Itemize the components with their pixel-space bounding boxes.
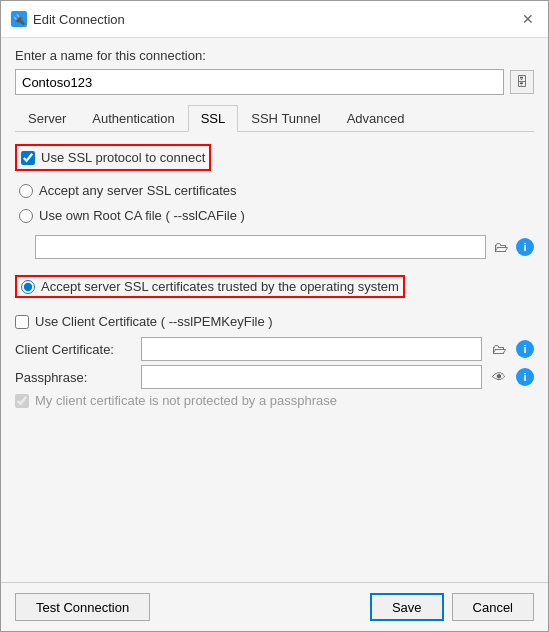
edit-connection-dialog: 🔌 Edit Connection ✕ Enter a name for thi… — [0, 0, 549, 632]
trusted-cert-row[interactable]: Accept server SSL certificates trusted b… — [15, 275, 405, 298]
client-cert-browse-btn[interactable]: 🗁 — [488, 338, 510, 360]
tab-authentication[interactable]: Authentication — [79, 105, 187, 132]
close-button[interactable]: ✕ — [518, 9, 538, 29]
connection-name-prompt: Enter a name for this connection: — [15, 48, 534, 63]
ssl-options-group: Accept any server SSL certificates Use o… — [15, 181, 534, 304]
passphrase-note-label: My client certificate is not protected b… — [35, 393, 337, 408]
any-cert-row[interactable]: Accept any server SSL certificates — [15, 181, 534, 200]
tab-ssh-tunnel[interactable]: SSH Tunnel — [238, 105, 333, 132]
footer-bar: Test Connection Save Cancel — [1, 582, 548, 631]
passphrase-note-row: My client certificate is not protected b… — [15, 393, 534, 408]
passphrase-label: Passphrase: — [15, 370, 135, 385]
client-cert-section: Use Client Certificate ( --sslPEMKeyFile… — [15, 314, 534, 412]
ca-file-row: 🗁 i — [15, 235, 534, 259]
cancel-button[interactable]: Cancel — [452, 593, 534, 621]
own-ca-radio[interactable] — [19, 209, 33, 223]
client-cert-label: Client Certificate: — [15, 342, 135, 357]
title-bar: 🔌 Edit Connection ✕ — [1, 1, 548, 38]
any-cert-label: Accept any server SSL certificates — [39, 183, 237, 198]
client-cert-field-row: Client Certificate: 🗁 i — [15, 337, 534, 361]
ca-file-info-icon[interactable]: i — [516, 238, 534, 256]
use-ssl-label: Use SSL protocol to connect — [41, 150, 205, 165]
passphrase-input[interactable] — [141, 365, 482, 389]
eye-icon[interactable]: 👁 — [488, 366, 510, 388]
any-cert-radio[interactable] — [19, 184, 33, 198]
trusted-cert-radio[interactable] — [21, 280, 35, 294]
use-ssl-row: Use SSL protocol to connect — [15, 144, 211, 171]
own-ca-row[interactable]: Use own Root CA file ( --sslCAFile ) — [15, 206, 534, 225]
save-button[interactable]: Save — [370, 593, 444, 621]
use-client-cert-checkbox[interactable] — [15, 315, 29, 329]
dialog-title: Edit Connection — [33, 12, 125, 27]
client-cert-info-icon[interactable]: i — [516, 340, 534, 358]
tabs-bar: Server Authentication SSL SSH Tunnel Adv… — [15, 105, 534, 132]
app-icon: 🔌 — [11, 11, 27, 27]
ssl-tab-content: Use SSL protocol to connect Accept any s… — [15, 144, 534, 572]
passphrase-note-checkbox[interactable] — [15, 394, 29, 408]
footer-action-buttons: Save Cancel — [370, 593, 534, 621]
test-connection-button[interactable]: Test Connection — [15, 593, 150, 621]
tab-advanced[interactable]: Advanced — [334, 105, 418, 132]
tab-server[interactable]: Server — [15, 105, 79, 132]
use-ssl-checkbox[interactable] — [21, 151, 35, 165]
use-client-cert-row: Use Client Certificate ( --sslPEMKeyFile… — [15, 314, 534, 329]
ca-file-input[interactable] — [35, 235, 486, 259]
use-client-cert-label: Use Client Certificate ( --sslPEMKeyFile… — [35, 314, 273, 329]
client-cert-input[interactable] — [141, 337, 482, 361]
connection-name-input[interactable] — [15, 69, 504, 95]
connection-name-row: 🗄 — [15, 69, 534, 95]
tab-ssl[interactable]: SSL — [188, 105, 239, 132]
passphrase-info-icon[interactable]: i — [516, 368, 534, 386]
title-bar-left: 🔌 Edit Connection — [11, 11, 125, 27]
browse-button[interactable]: 🗄 — [510, 70, 534, 94]
ca-file-browse-btn[interactable]: 🗁 — [490, 236, 512, 258]
own-ca-label: Use own Root CA file ( --sslCAFile ) — [39, 208, 245, 223]
trusted-cert-label: Accept server SSL certificates trusted b… — [41, 279, 399, 294]
dialog-body: Enter a name for this connection: 🗄 Serv… — [1, 38, 548, 582]
passphrase-field-row: Passphrase: 👁 i — [15, 365, 534, 389]
